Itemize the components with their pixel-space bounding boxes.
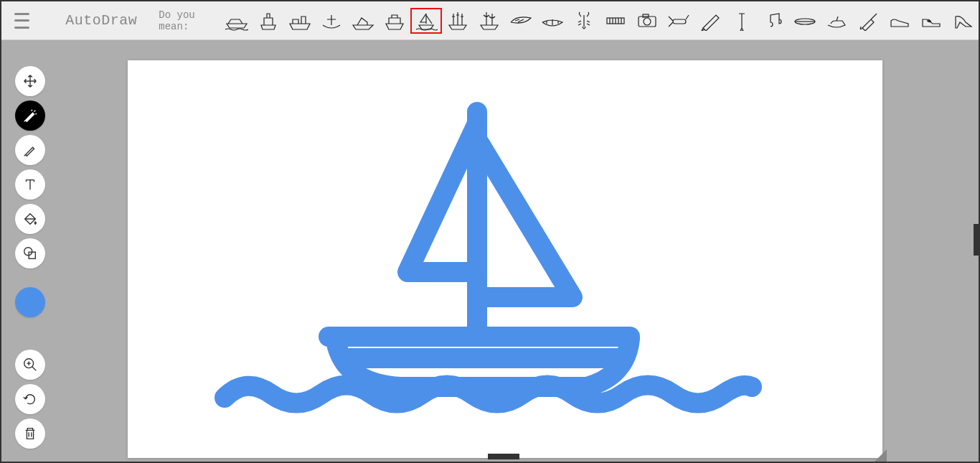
suggestion-music-note[interactable] [758,8,789,34]
zoom-tool[interactable] [15,350,45,380]
suggestion-ferry[interactable] [253,8,284,34]
suggestion-cruise-ship[interactable] [379,8,410,34]
suggestion-sneaker[interactable] [915,8,947,34]
suggestion-shoe[interactable] [884,8,915,34]
svg-point-6 [24,248,32,256]
suggestion-prompt: Do you mean: [159,9,214,32]
canvas[interactable] [128,60,882,458]
suggestion-rowboat[interactable] [316,8,347,34]
suggestion-camera[interactable] [631,8,663,34]
suggestion-wing[interactable] [505,8,537,34]
suggestion-jetski[interactable] [821,8,852,34]
app-title: AutoDraw [65,12,137,29]
undo-button[interactable] [15,384,45,414]
sailboat-drawing [128,60,882,458]
suggestion-surfboard[interactable] [789,8,821,34]
suggestion-harmonica[interactable] [600,8,631,34]
canvas-resize-bottom[interactable] [488,454,519,459]
suggestion-cargo-ship[interactable] [284,8,316,34]
select-tool[interactable] [15,66,45,96]
suggestion-speedboat[interactable] [221,8,253,34]
text-tool[interactable] [15,169,45,200]
suggestion-bar [221,8,979,34]
shape-tool[interactable] [15,238,45,268]
suggestion-brush[interactable] [852,8,884,34]
suggestion-yacht[interactable] [347,8,379,34]
tool-panel-bottom [14,350,46,449]
suggestion-lobster[interactable] [568,8,600,34]
svg-rect-4 [673,19,686,24]
menu-button[interactable] [14,13,29,29]
suggestion-pencil[interactable] [694,8,726,34]
tool-panel [14,66,46,317]
suggestion-nail[interactable] [726,8,758,34]
delete-button[interactable] [15,418,45,449]
suggestion-canoe[interactable] [537,8,568,34]
fill-tool[interactable] [15,204,45,234]
top-bar: AutoDraw Do you mean: [1,1,979,40]
svg-point-2 [644,18,651,25]
canvas-resize-corner[interactable] [874,449,887,462]
color-picker[interactable] [15,287,45,317]
suggestion-swiss-knife[interactable] [663,8,694,34]
suggestion-galleon[interactable] [442,8,473,34]
canvas-resize-right[interactable] [974,224,979,256]
suggestion-tall-ship[interactable] [473,8,505,34]
autodraw-tool[interactable] [15,100,45,131]
draw-tool[interactable] [15,135,45,165]
suggestion-heel[interactable] [947,8,979,34]
suggestion-sailboat[interactable] [410,8,442,34]
